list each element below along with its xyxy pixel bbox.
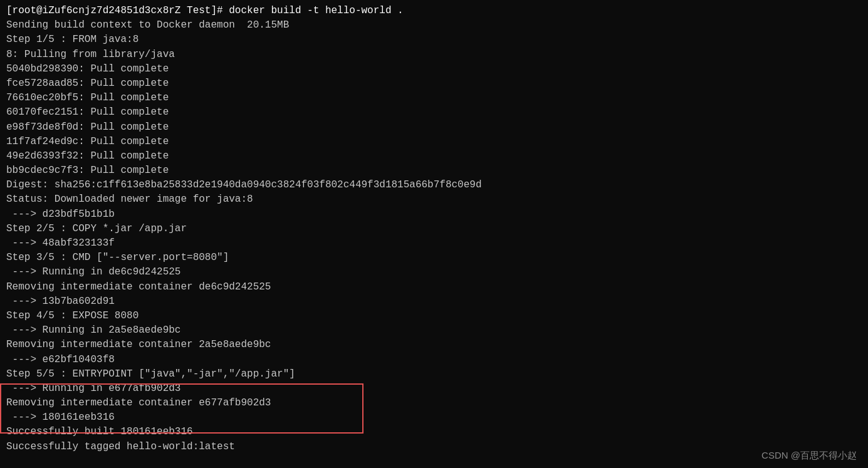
terminal-line: 49e2d6393f32: Pull complete [6, 149, 862, 164]
terminal-output: [root@iZuf6cnjz7d24851d3cx8rZ Test]# doc… [6, 4, 862, 454]
terminal-line: Step 1/5 : FROM java:8 [6, 33, 862, 47]
terminal-line: Step 2/5 : COPY *.jar /app.jar [6, 222, 862, 236]
terminal-line: 8: Pulling from library/java [6, 48, 862, 62]
terminal-line: 76610ec20bf5: Pull complete [6, 91, 862, 105]
terminal-line: ---> e62bf10403f8 [6, 353, 862, 367]
terminal-line: fce5728aad85: Pull complete [6, 76, 862, 91]
terminal-line: bb9cdec9c7f3: Pull complete [6, 164, 862, 178]
terminal-line: Successfully tagged hello-world:latest [6, 440, 862, 454]
terminal-line: e98f73de8f0d: Pull complete [6, 120, 862, 135]
terminal-line: Step 3/5 : CMD ["--server.port=8080"] [6, 251, 862, 265]
terminal-line: 5040bd298390: Pull complete [6, 62, 862, 76]
terminal-line: ---> Running in e677afb902d3 [6, 382, 862, 396]
terminal-line: 11f7af24ed9c: Pull complete [6, 135, 862, 149]
terminal-line: Removing intermediate container de6c9d24… [6, 280, 862, 294]
terminal-line: Removing intermediate container 2a5e8aed… [6, 338, 862, 352]
terminal-line: Digest: sha256:c1ff613e8ba25833d2e1940da… [6, 178, 862, 192]
terminal-line: Removing intermediate container e677afb9… [6, 396, 862, 410]
terminal-line: Sending build context to Docker daemon 2… [6, 18, 862, 33]
terminal-line: ---> Running in 2a5e8aede9bc [6, 323, 862, 338]
terminal-line: Step 4/5 : EXPOSE 8080 [6, 309, 862, 323]
terminal-line: ---> d23bdf5b1b1b [6, 207, 862, 222]
terminal-line: ---> Running in de6c9d242525 [6, 265, 862, 279]
terminal-line: Successfully built 180161eeb316 [6, 425, 862, 439]
terminal-line: 60170fec2151: Pull complete [6, 105, 862, 120]
terminal-window: [root@iZuf6cnjz7d24851d3cx8rZ Test]# doc… [0, 0, 868, 468]
terminal-line: [root@iZuf6cnjz7d24851d3cx8rZ Test]# doc… [6, 4, 862, 18]
terminal-line: ---> 180161eeb316 [6, 410, 862, 425]
terminal-line: Status: Downloaded newer image for java:… [6, 192, 862, 207]
terminal-line: ---> 13b7ba602d91 [6, 294, 862, 309]
watermark: CSDN @百思不得小赵 [761, 450, 857, 462]
terminal-line: ---> 48abf323133f [6, 236, 862, 251]
terminal-line: Step 5/5 : ENTRYPOINT ["java","-jar","/a… [6, 367, 862, 382]
